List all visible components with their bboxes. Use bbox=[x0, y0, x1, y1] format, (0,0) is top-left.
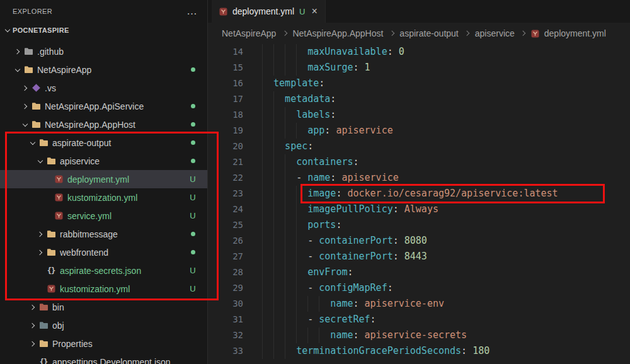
chevron-right-icon[interactable] bbox=[35, 247, 45, 258]
chevron-right-icon[interactable] bbox=[28, 321, 38, 331]
code-line-19[interactable]: 19app: apiservice bbox=[208, 123, 630, 139]
breadcrumb-item-aspirate-output[interactable]: aspirate-output bbox=[399, 28, 458, 38]
code-line-26[interactable]: 26- containerPort: 8080 bbox=[208, 233, 630, 249]
code-line-28[interactable]: 28envFrom: bbox=[208, 264, 630, 280]
tree-item-service-yml[interactable]: service.ymlU bbox=[0, 207, 207, 225]
tree-item-label: .github bbox=[37, 47, 197, 57]
line-number: 28 bbox=[208, 264, 243, 280]
code-area[interactable]: 14maxUnavailable: 015maxSurge: 116templa… bbox=[208, 44, 630, 364]
tree-item-label: service.yml bbox=[67, 211, 188, 221]
tab-bar: deployment.yml U × bbox=[208, 0, 630, 23]
breadcrumb-item-netaspireapp-apphost[interactable]: NetAspireApp.AppHost bbox=[292, 28, 383, 38]
tree-item-netaspireapp-apphost[interactable]: NetAspireApp.AppHost bbox=[0, 115, 207, 134]
line-number: 33 bbox=[208, 343, 243, 359]
tree-item-rabbitmessage[interactable]: rabbitmessage bbox=[0, 225, 207, 243]
chevron-right-icon[interactable] bbox=[20, 101, 30, 111]
yaml-icon bbox=[53, 175, 64, 183]
tree-item-label: rabbitmessage bbox=[60, 229, 188, 239]
code-line-text: - containerPort: 8080 bbox=[262, 233, 427, 249]
code-line-16[interactable]: 16template: bbox=[208, 76, 630, 91]
code-line-33[interactable]: 33terminationGracePeriodSeconds: 180 bbox=[208, 343, 630, 359]
tree-item-properties[interactable]: Properties bbox=[0, 334, 207, 353]
more-actions-icon[interactable]: … bbox=[186, 8, 197, 14]
chevron-down-icon[interactable] bbox=[28, 138, 38, 148]
tree-item-kustomization-yml[interactable]: kustomization.ymlU bbox=[0, 188, 207, 207]
tree-item-label: aspirate-secrets.json bbox=[60, 266, 188, 276]
code-line-text: containers: bbox=[262, 154, 359, 170]
tree-item-appsettings-development-json[interactable]: {}appsettings.Development.json bbox=[0, 353, 207, 364]
code-line-15[interactable]: 15maxSurge: 1 bbox=[208, 60, 630, 76]
line-number: 29 bbox=[208, 280, 243, 296]
tree-item-webfrontend[interactable]: webfrontend bbox=[0, 243, 207, 261]
line-number: 20 bbox=[208, 139, 243, 154]
chevron-down-icon[interactable] bbox=[20, 120, 30, 130]
folder-gray-icon bbox=[23, 47, 34, 55]
tree-item-aspirate-output[interactable]: aspirate-output bbox=[0, 134, 207, 152]
vs-icon bbox=[30, 85, 42, 91]
code-line-24[interactable]: 24imagePullPolicy: Always bbox=[208, 202, 630, 217]
workspace-section-header[interactable]: POCNETASPIRE bbox=[0, 22, 207, 38]
tree-item-obj[interactable]: obj bbox=[0, 316, 207, 334]
chevron-right-icon[interactable] bbox=[13, 47, 23, 57]
chevron-right-icon bbox=[388, 30, 394, 37]
code-line-14[interactable]: 14maxUnavailable: 0 bbox=[208, 44, 630, 60]
tree-item-apiservice[interactable]: apiservice bbox=[0, 152, 207, 170]
tree-item-github[interactable]: .github bbox=[0, 42, 207, 60]
code-line-27[interactable]: 27- containerPort: 8443 bbox=[208, 249, 630, 264]
chevron-right-icon[interactable] bbox=[20, 83, 30, 93]
code-line-23[interactable]: 23image: docker.io/cesarag92/apiservice:… bbox=[208, 186, 630, 202]
chevron-right-icon[interactable] bbox=[28, 339, 38, 349]
code-line-17[interactable]: 17metadata: bbox=[208, 91, 630, 107]
code-line-22[interactable]: 22- name: apiservice bbox=[208, 170, 630, 186]
line-number: 26 bbox=[208, 233, 243, 249]
chevron-right-icon[interactable] bbox=[35, 229, 45, 239]
code-line-29[interactable]: 29- configMapRef: bbox=[208, 280, 630, 296]
line-number: 27 bbox=[208, 249, 243, 264]
tree-item-vs[interactable]: .vs bbox=[0, 79, 207, 97]
line-number: 14 bbox=[208, 44, 243, 60]
line-number: 23 bbox=[208, 186, 243, 202]
tree-item-aspirate-secrets-json[interactable]: {}aspirate-secrets.jsonU bbox=[0, 261, 207, 280]
line-number: 24 bbox=[208, 202, 243, 217]
code-line-text: terminationGracePeriodSeconds: 180 bbox=[262, 343, 490, 359]
code-line-text: app: apiservice bbox=[262, 123, 393, 139]
code-line-18[interactable]: 18labels: bbox=[208, 107, 630, 123]
line-number: 18 bbox=[208, 107, 243, 123]
code-line-21[interactable]: 21containers: bbox=[208, 154, 630, 170]
folder-icon bbox=[30, 102, 42, 110]
git-untracked-badge: U bbox=[188, 211, 197, 220]
tree-item-label: bin bbox=[52, 302, 197, 312]
chevron-right-icon[interactable] bbox=[28, 302, 38, 312]
code-line-30[interactable]: 30name: apiservice-env bbox=[208, 296, 630, 312]
chevron-down-icon[interactable] bbox=[13, 65, 23, 75]
breadcrumb-item-netaspireapp[interactable]: NetAspireApp bbox=[222, 28, 276, 38]
tree-item-bin[interactable]: bin bbox=[0, 298, 207, 316]
tab-deployment-yml[interactable]: deployment.yml U × bbox=[212, 0, 326, 23]
code-line-text: maxUnavailable: 0 bbox=[262, 44, 404, 60]
close-icon[interactable]: × bbox=[311, 6, 317, 16]
code-line-text: metadata: bbox=[262, 91, 336, 107]
tree-item-netaspireapp[interactable]: NetAspireApp bbox=[0, 60, 207, 79]
workspace-name: POCNETASPIRE bbox=[13, 26, 69, 34]
tree-item-netaspireapp-apiservice[interactable]: NetAspireApp.ApiService bbox=[0, 97, 207, 115]
breadcrumb-item-apiservice[interactable]: apiservice bbox=[475, 28, 515, 38]
git-modified-dot-badge bbox=[188, 232, 197, 236]
code-line-25[interactable]: 25ports: bbox=[208, 217, 630, 233]
tree-item-label: deployment.yml bbox=[67, 174, 188, 185]
chevron-down-icon[interactable] bbox=[35, 156, 45, 166]
code-line-20[interactable]: 20spec: bbox=[208, 139, 630, 154]
code-line-32[interactable]: 32name: apiservice-secrets bbox=[208, 327, 630, 343]
code-line-text: name: apiservice-env bbox=[262, 296, 444, 312]
tab-title: deployment.yml bbox=[232, 6, 294, 16]
yaml-icon bbox=[531, 30, 539, 38]
code-line-31[interactable]: 31- secretRef: bbox=[208, 312, 630, 327]
tree-item-label: NetAspireApp.ApiService bbox=[45, 101, 188, 111]
chevron-spacer bbox=[35, 284, 45, 294]
tree-item-kustomization-yml[interactable]: kustomization.ymlU bbox=[0, 280, 207, 298]
breadcrumb-item-deployment-yml[interactable]: deployment.yml bbox=[544, 28, 606, 38]
tree-item-label: kustomization.yml bbox=[67, 193, 188, 203]
git-untracked-badge: U bbox=[188, 193, 197, 202]
git-modified-dot-badge bbox=[188, 122, 197, 127]
line-number: 17 bbox=[208, 91, 243, 107]
tree-item-deployment-yml[interactable]: deployment.ymlU bbox=[0, 170, 207, 188]
